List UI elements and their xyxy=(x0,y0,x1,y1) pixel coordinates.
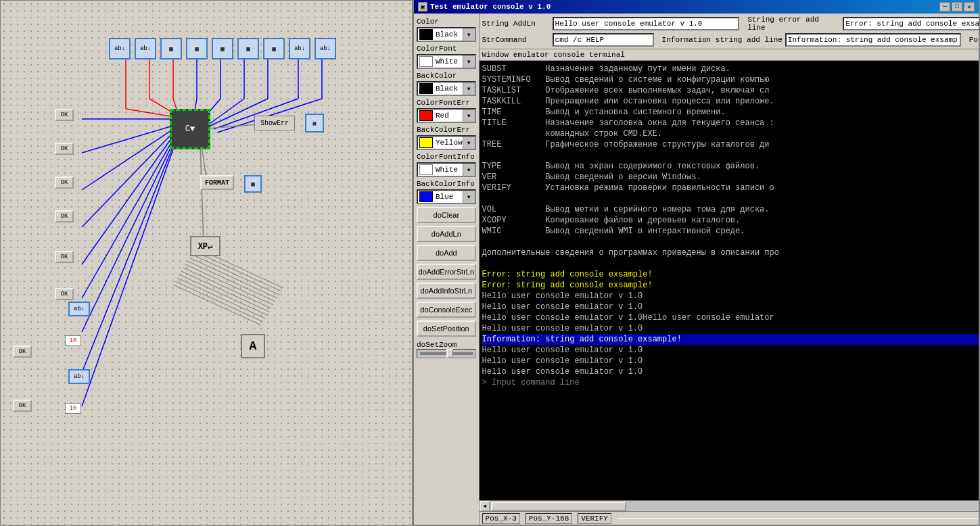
horizontal-scrollbar[interactable]: ◄ ► xyxy=(480,500,979,511)
a-node[interactable]: A xyxy=(241,334,265,358)
toolbar-node-5[interactable]: ▦ xyxy=(212,38,233,59)
string-addln-input[interactable] xyxy=(553,17,740,30)
backcolor-label: BackColor xyxy=(417,72,476,80)
doaddinfostrln-button[interactable]: doAddInfoStrLn xyxy=(417,283,476,299)
toolbar-node-2[interactable]: ab↓ xyxy=(135,38,156,59)
backcolorinfo-select[interactable]: Blue ▼ xyxy=(417,189,476,204)
ok-btn-4[interactable]: OK xyxy=(55,210,74,222)
maximize-button[interactable]: □ xyxy=(952,2,962,11)
xp-node[interactable]: XP↵ xyxy=(190,236,220,256)
toolbar-node-9[interactable]: ab↓ xyxy=(314,38,336,59)
ab-node-1[interactable]: ab↓ xyxy=(68,302,90,316)
toolbar-node-4[interactable]: ▦ xyxy=(186,38,208,59)
string-error-input[interactable] xyxy=(843,17,979,30)
term-line: TIME Вывод и установка системного времен… xyxy=(482,107,979,118)
doclear-button[interactable]: doClear xyxy=(417,207,476,223)
close-button[interactable]: ✕ xyxy=(964,2,975,11)
ok-btn-3[interactable]: OK xyxy=(55,176,74,189)
color-select[interactable]: Black ▼ xyxy=(417,27,476,42)
colorfont-swatch-white xyxy=(419,56,433,67)
term-line: TASKKILL Прекращение или остановка проце… xyxy=(482,96,979,107)
svg-line-13 xyxy=(82,136,173,264)
backcolor-value: Black xyxy=(434,85,463,93)
svg-line-28 xyxy=(187,261,275,302)
colorfonterr-select[interactable]: Red ▼ xyxy=(417,108,476,123)
showerr-node[interactable]: ShowErr xyxy=(254,116,295,130)
toolbar-node-7[interactable]: ▦ xyxy=(263,38,285,59)
term-prompt[interactable]: > Input command line xyxy=(482,377,979,388)
svg-line-23 xyxy=(177,278,265,318)
ok-btn-1[interactable]: OK xyxy=(55,109,74,121)
backcolorinfo-label: BackColorInfo xyxy=(417,180,476,188)
colorfonterr-dropdown-arrow[interactable]: ▼ xyxy=(463,110,475,122)
terminal[interactable]: SUBST Назначение заданному пути имени ди… xyxy=(480,61,979,500)
terminal-wrapper[interactable]: SUBST Назначение заданному пути имени ди… xyxy=(480,61,979,511)
toolbar-node-6[interactable]: ▦ xyxy=(237,38,259,59)
svg-line-22 xyxy=(175,281,263,322)
status-divider xyxy=(617,518,979,519)
color-dropdown-arrow[interactable]: ▼ xyxy=(463,28,475,41)
ok-btn-6[interactable]: OK xyxy=(55,288,74,300)
colorfont-select[interactable]: White ▼ xyxy=(417,54,476,69)
term-line: Hello user console emulator v 1.0 xyxy=(482,291,979,302)
backcolorerr-dropdown-arrow[interactable]: ▼ xyxy=(463,137,475,149)
colorfont-dropdown-arrow[interactable]: ▼ xyxy=(463,55,475,68)
main-node[interactable]: C▼ xyxy=(170,109,210,149)
zoom-thumb[interactable] xyxy=(446,349,453,358)
term-line: Hello user console emulator v 1.0 xyxy=(482,302,979,312)
string-error-label: String error add line xyxy=(747,16,840,32)
svg-line-31 xyxy=(193,251,281,291)
doaddln-button[interactable]: doAddLn xyxy=(417,226,476,242)
term-line: Hello user console emulator v 1.0 xyxy=(482,356,979,366)
term-line xyxy=(482,150,979,161)
term-line xyxy=(482,237,979,247)
doadderrorstrln-button[interactable]: doAddErrorStrLn xyxy=(417,264,476,280)
term-line: Hello user console emulator v 1.0 xyxy=(482,323,979,334)
toolbar-node-8[interactable]: ab↓ xyxy=(289,38,310,59)
strcommand-input[interactable] xyxy=(553,33,654,47)
showerr-output: ▦ xyxy=(305,114,324,133)
term-line: WMIC Вывод сведений WMI в интерактивной … xyxy=(482,226,979,237)
term-line xyxy=(482,193,979,204)
scroll-left-button[interactable]: ◄ xyxy=(480,501,490,512)
ab-node-2[interactable]: ab↓ xyxy=(68,369,90,384)
string-addln-row: String AddLn String error add line Pos_X xyxy=(482,16,979,32)
dosetposition-button[interactable]: doSetPosition xyxy=(417,320,476,337)
doadd-button[interactable]: doAdd xyxy=(417,245,476,261)
content-area: Color Black ▼ ColorFont White ▼ BackColo… xyxy=(414,14,979,525)
format-node[interactable]: FORMAT xyxy=(200,175,234,190)
info-string-input[interactable] xyxy=(785,33,961,47)
backcolor-dropdown-arrow[interactable]: ▼ xyxy=(463,82,475,95)
colorfonterr-swatch-red xyxy=(419,110,433,121)
ok-btn-5[interactable]: OK xyxy=(55,251,74,263)
ok-btn-2[interactable]: OK xyxy=(55,143,74,155)
scroll-thumb-h[interactable] xyxy=(491,502,626,511)
toolbar-node-1[interactable]: ab↓ xyxy=(109,38,131,59)
title-bar-buttons: ─ □ ✕ xyxy=(939,2,975,11)
backcolorinfo-dropdown-arrow[interactable]: ▼ xyxy=(463,191,475,203)
colorfontinfo-select[interactable]: White ▼ xyxy=(417,162,476,177)
term-line: SUBST Назначение заданному пути имени ди… xyxy=(482,64,979,74)
term-line: Hello user console emulator v 1.0 xyxy=(482,366,979,377)
minimize-button[interactable]: ─ xyxy=(939,2,950,11)
term-line-error-1: Error: string add console exsample! xyxy=(482,269,979,280)
backcolor-select[interactable]: Black ▼ xyxy=(417,81,476,96)
backcolorerr-value: Yellow xyxy=(434,139,463,147)
svg-line-29 xyxy=(189,258,277,298)
status-bar: Pos_X-3 Pos_Y-168 VERIFY xyxy=(480,511,979,525)
term-line: Hello user console emulator v 1.0 xyxy=(482,345,979,356)
format-output: ▦ xyxy=(244,175,262,193)
scroll-track-h[interactable] xyxy=(490,501,979,511)
term-line: VER Вывод сведений о версии Windows. xyxy=(482,172,979,183)
term-line: TASKLIST Отображение всех выполняемых за… xyxy=(482,85,979,96)
zoom-slider[interactable] xyxy=(417,349,476,358)
console-panel: String AddLn String error add line Pos_X… xyxy=(480,14,979,525)
ok-btn-7[interactable]: OK xyxy=(13,345,32,358)
doconsoleexec-button[interactable]: doConsoleExec xyxy=(417,302,476,318)
backcolorerr-select[interactable]: Yellow ▼ xyxy=(417,135,476,150)
controls-panel: Color Black ▼ ColorFont White ▼ BackColo… xyxy=(414,14,480,525)
ok-btn-8[interactable]: OK xyxy=(13,400,32,412)
colorfonterr-label: ColorFontErr xyxy=(417,99,476,107)
toolbar-node-3[interactable]: ▦ xyxy=(160,38,182,59)
colorfontinfo-dropdown-arrow[interactable]: ▼ xyxy=(463,164,475,176)
